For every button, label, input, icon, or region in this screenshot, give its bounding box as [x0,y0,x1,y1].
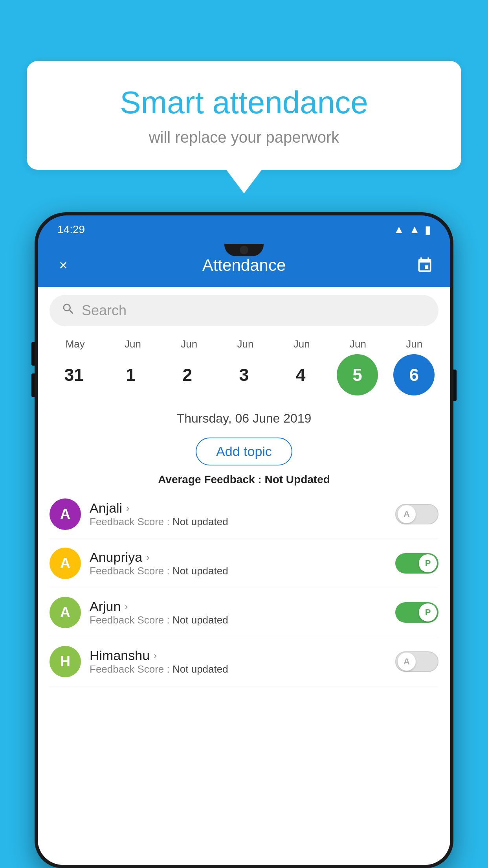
status-bar: 14:29 ▲ ▲ ▮ [38,215,450,244]
volume-down-button [31,373,35,397]
attendance-toggle-arjun[interactable]: P [395,602,438,623]
avatar-anjali: A [50,498,81,530]
avg-feedback-label: Average Feedback : [158,473,262,485]
student-feedback-anjali: Feedback Score : Not updated [90,516,387,528]
avg-feedback-value: Not Updated [264,473,330,485]
date-jun2[interactable]: 2 [167,354,208,395]
student-name-anupriya[interactable]: Anupriya › [90,550,387,565]
date-may31[interactable]: 31 [53,354,95,395]
signal-icon: ▲ [409,223,420,236]
speech-bubble-container: Smart attendance will replace your paper… [27,61,461,193]
phone-notch [224,244,264,256]
student-info-himanshu: Himanshu › Feedback Score : Not updated [90,648,387,675]
student-name-himanshu[interactable]: Himanshu › [90,648,387,663]
attendance-toggle-anupriya[interactable]: P [395,553,438,574]
student-feedback-himanshu: Feedback Score : Not updated [90,663,387,675]
student-name-label: Himanshu [90,648,150,663]
date-jun1[interactable]: 1 [110,354,151,395]
attendance-toggle-anjali[interactable]: A [395,504,438,524]
chevron-icon: › [126,503,129,514]
phone-frame: 14:29 ▲ ▲ ▮ × Attendance [35,212,453,868]
student-info-anjali: Anjali › Feedback Score : Not updated [90,500,387,528]
student-info-arjun: Arjun › Feedback Score : Not updated [90,599,387,626]
power-button [453,370,457,401]
speech-bubble: Smart attendance will replace your paper… [27,61,461,170]
feedback-value: Not updated [172,663,228,675]
speech-bubble-tail [226,170,262,193]
date-jun6-selected[interactable]: 6 [393,354,435,395]
app-bar-title: Attendance [202,256,286,275]
feedback-value: Not updated [172,614,228,626]
calendar-dates-row: 31 1 2 3 4 5 6 [38,354,450,403]
battery-icon: ▮ [425,223,431,236]
status-icons: ▲ ▲ ▮ [394,223,431,236]
student-feedback-anupriya: Feedback Score : Not updated [90,565,387,577]
calendar-month-4: Jun [290,338,314,350]
calendar-month-3: Jun [233,338,258,350]
calendar-month-0: May [62,338,89,350]
screen-content: Search May Jun Jun Jun Jun Jun Jun 31 1 … [38,287,450,865]
date-jun4[interactable]: 4 [280,354,321,395]
avatar-anupriya: A [50,548,81,579]
avatar-himanshu: H [50,646,81,677]
phone-inner: 14:29 ▲ ▲ ▮ × Attendance [38,215,450,865]
toggle-knob-anupriya: P [419,554,437,572]
feedback-value: Not updated [172,516,228,528]
selected-date-label: Thursday, 06 June 2019 [38,403,450,434]
search-bar[interactable]: Search [50,295,438,326]
calendar-months-row: May Jun Jun Jun Jun Jun Jun [38,334,450,354]
student-info-anupriya: Anupriya › Feedback Score : Not updated [90,550,387,577]
calendar-month-6: Jun [402,338,426,350]
student-name-label: Anupriya [90,550,142,565]
volume-up-button [31,342,35,366]
chevron-icon: › [146,552,149,563]
calendar-month-1: Jun [121,338,145,350]
front-camera [240,246,248,254]
date-jun3[interactable]: 3 [223,354,264,395]
student-item-anjali: A Anjali › Feedback Score : Not updated [50,490,438,539]
date-jun5-today[interactable]: 5 [337,354,378,395]
toggle-knob-himanshu: A [398,653,416,671]
search-placeholder: Search [82,302,127,319]
student-name-anjali[interactable]: Anjali › [90,500,387,516]
student-list: A Anjali › Feedback Score : Not updated [38,490,450,686]
student-item-arjun: A Arjun › Feedback Score : Not updated [50,588,438,637]
status-time: 14:29 [57,223,85,236]
feedback-value: Not updated [172,565,228,577]
calendar-icon[interactable] [415,256,435,275]
screen-wrapper: × Attendance Search [38,244,450,865]
student-item-himanshu: H Himanshu › Feedback Score : Not update… [50,637,438,686]
speech-bubble-title: Smart attendance [58,85,430,121]
student-name-label: Arjun [90,599,121,614]
toggle-knob-arjun: P [419,603,437,622]
calendar-month-5: Jun [346,338,370,350]
student-name-label: Anjali [90,500,122,516]
add-topic-button[interactable]: Add topic [196,438,292,465]
calendar-month-2: Jun [177,338,201,350]
attendance-toggle-himanshu[interactable]: A [395,651,438,672]
student-name-arjun[interactable]: Arjun › [90,599,387,614]
chevron-icon: › [125,601,128,612]
close-button[interactable]: × [53,256,73,275]
avatar-arjun: A [50,597,81,628]
search-icon [61,302,75,320]
speech-bubble-subtitle: will replace your paperwork [58,129,430,146]
student-feedback-arjun: Feedback Score : Not updated [90,614,387,626]
average-feedback: Average Feedback : Not Updated [38,469,450,490]
chevron-icon: › [154,650,157,661]
toggle-knob-anjali: A [398,505,416,523]
wifi-icon: ▲ [394,223,405,236]
student-item-anupriya: A Anupriya › Feedback Score : Not update… [50,539,438,588]
